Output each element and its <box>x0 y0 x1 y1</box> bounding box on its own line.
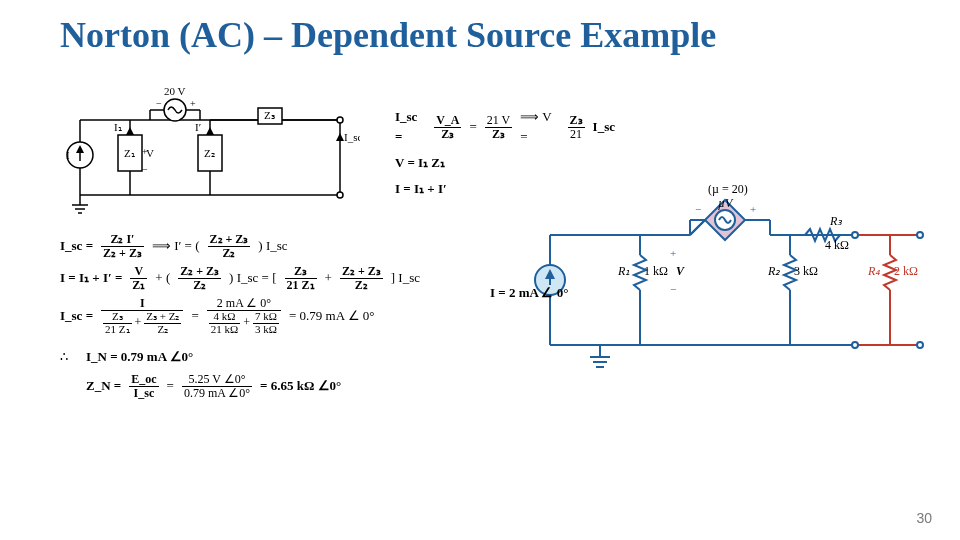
label-Z1: Z₁ <box>124 147 135 159</box>
circuit-left-diagram: 20 V − + I I₁ I′ I_sc Z₁ + V − Z₂ Z₃ <box>60 85 360 225</box>
right-column: − + + − (µ = 20) µV R₁ 1 kΩ V R₂ 3 kΩ R₃… <box>530 185 930 385</box>
label-muV: µV <box>718 196 734 210</box>
label-Z2: Z₂ <box>204 147 215 159</box>
svg-line-51 <box>690 220 705 235</box>
label-R2: R₂ <box>767 264 781 278</box>
svg-text:+: + <box>190 98 196 109</box>
svg-text:−: − <box>142 164 148 175</box>
svg-point-72 <box>852 342 858 348</box>
label-I1: I₁ <box>114 121 122 133</box>
svg-point-71 <box>852 232 858 238</box>
svg-text:−: − <box>695 203 701 215</box>
svg-text:−: − <box>156 98 162 109</box>
label-20v: 20 V <box>164 85 186 97</box>
label-Z3: Z₃ <box>264 109 275 121</box>
label-R3v: 4 kΩ <box>825 238 849 252</box>
label-V: V <box>146 147 154 159</box>
label-V: V <box>676 264 685 278</box>
label-R1v: 1 kΩ <box>644 264 668 278</box>
page-title: Norton (AC) – Dependent Source Example <box>60 14 716 56</box>
label-I: I <box>66 149 70 161</box>
circuit-right-diagram: − + + − (µ = 20) µV R₁ 1 kΩ V R₂ 3 kΩ R₃… <box>530 185 930 385</box>
svg-marker-26 <box>336 133 344 141</box>
svg-point-74 <box>917 342 923 348</box>
slide-body: 20 V − + I I₁ I′ I_sc Z₁ + V − Z₂ Z₃ <box>60 85 920 500</box>
equations-left: I_sc = Z₂ I′Z₂ + Z₃ ⟹ I′ = ( Z₂ + Z₃Z₂ )… <box>60 233 500 399</box>
svg-marker-24 <box>126 127 134 135</box>
label-mu: (µ = 20) <box>708 185 748 196</box>
label-R4: R₄ <box>867 264 880 278</box>
svg-text:−: − <box>670 283 676 295</box>
svg-text:+: + <box>750 203 756 215</box>
right-caption: I = 2 mA ∠ 0° <box>490 283 568 303</box>
label-Iprime: I′ <box>195 121 201 133</box>
label-Isc: I_sc <box>344 131 360 143</box>
svg-marker-25 <box>206 127 214 135</box>
svg-point-73 <box>917 232 923 238</box>
svg-point-32 <box>337 192 343 198</box>
svg-point-31 <box>337 117 343 123</box>
svg-text:+: + <box>670 247 676 259</box>
label-R3: R₃ <box>829 214 843 228</box>
label-R2v: 3 kΩ <box>794 264 818 278</box>
label-R1: R₁ <box>617 264 630 278</box>
page-number: 30 <box>916 510 932 526</box>
label-R4v: 2 kΩ <box>894 264 918 278</box>
